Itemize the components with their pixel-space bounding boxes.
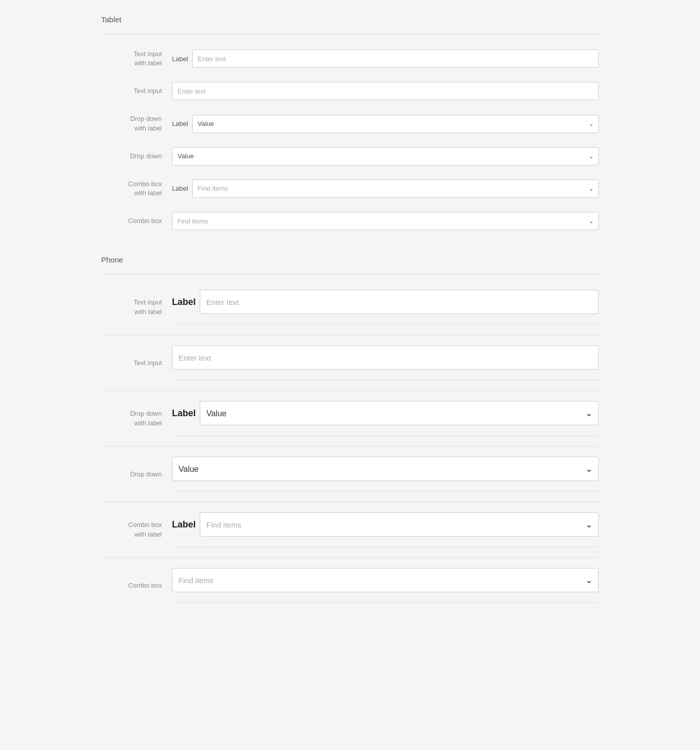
phone-dropdown-select[interactable]: Value: [172, 457, 599, 481]
phone-combobox-with-label-wrapper: ⌄: [200, 512, 599, 537]
page-container: Tablet Text inputwith label Label Text i…: [0, 15, 700, 613]
tablet-dropdown-inline-label: Label: [172, 120, 188, 127]
phone-combobox-with-label-content: Label ⌄: [172, 512, 599, 547]
phone-text-input-content: [172, 345, 599, 380]
tablet-text-input-field[interactable]: [172, 82, 599, 100]
phone-text-input-inline-label: Label: [172, 297, 196, 307]
phone-dropdown-row-label: Drop down: [101, 470, 172, 479]
tablet-combobox-with-label-content: Label ⌄: [172, 180, 599, 198]
tablet-text-input-inline-label: Label: [172, 55, 188, 63]
phone-text-input-with-label-field[interactable]: [200, 290, 599, 314]
tablet-dropdown-with-label-row-label: Drop downwith label: [101, 114, 172, 133]
phone-divider: [101, 274, 599, 275]
tablet-text-input-content: [172, 82, 599, 100]
phone-dropdown-with-label-select[interactable]: Value: [200, 401, 599, 425]
phone-dropdown-with-label-wrapper-outer: Drop downwith label Label Value ⌄: [101, 401, 599, 447]
phone-combobox-with-label-wrapper-outer: Combo boxwith label Label ⌄: [101, 512, 599, 558]
tablet-divider: [101, 34, 599, 34]
phone-combobox-input[interactable]: [172, 568, 599, 592]
tablet-combobox-with-label-row-label: Combo boxwith label: [101, 180, 172, 198]
phone-text-input-row: Text input: [101, 345, 599, 380]
phone-section: Phone Text inputwith label Label Text in…: [101, 255, 599, 613]
phone-dropdown-content: Value ⌄: [172, 457, 599, 492]
tablet-combobox-input[interactable]: [172, 212, 599, 230]
tablet-section: Tablet Text inputwith label Label Text i…: [101, 15, 599, 230]
tablet-text-input-with-label-content: Label: [172, 50, 599, 68]
phone-dropdown-inline-label: Label: [172, 408, 196, 419]
tablet-dropdown-row: Drop down Value ⌄: [101, 147, 599, 165]
tablet-combobox-inline-label: Label: [172, 185, 188, 192]
phone-combobox-wrapper: ⌄: [172, 568, 599, 592]
phone-text-input-row-label: Text input: [101, 359, 172, 368]
tablet-combobox-wrapper: ⌄: [172, 212, 599, 230]
tablet-combobox-with-label-input[interactable]: [192, 180, 599, 198]
tablet-combobox-row: Combo box ⌄: [101, 212, 599, 230]
phone-dropdown-with-label-row-label: Drop downwith label: [101, 409, 172, 427]
phone-combobox-row-label: Combo box: [101, 581, 172, 590]
tablet-text-input-with-label-row-label: Text inputwith label: [101, 50, 172, 68]
tablet-text-input-with-label-row: Text inputwith label Label: [101, 50, 599, 68]
phone-dropdown-with-label-wrapper: Value ⌄: [200, 401, 599, 425]
tablet-combobox-with-label-row: Combo boxwith label Label ⌄: [101, 180, 599, 198]
tablet-text-input-row-label: Text input: [101, 86, 172, 96]
tablet-dropdown-with-label-content: Label Value ⌄: [172, 115, 599, 133]
tablet-text-input-row: Text input: [101, 82, 599, 100]
tablet-dropdown-content: Value ⌄: [172, 147, 599, 165]
tablet-combobox-content: ⌄: [172, 212, 599, 230]
tablet-dropdown-with-label-wrapper: Value ⌄: [192, 115, 599, 133]
phone-text-input-with-label-wrapper: Text inputwith label Label: [101, 290, 599, 335]
phone-combobox-wrapper-outer: Combo box ⌄: [101, 568, 599, 613]
tablet-combobox-with-label-wrapper: ⌄: [192, 180, 599, 198]
phone-text-input-with-label-row: Text inputwith label Label: [101, 290, 599, 325]
phone-text-input-field[interactable]: [172, 345, 599, 370]
phone-combobox-with-label-row: Combo boxwith label Label ⌄: [101, 512, 599, 547]
phone-combobox-with-label-input[interactable]: [200, 512, 599, 537]
tablet-dropdown-wrapper: Value ⌄: [172, 147, 599, 165]
phone-combobox-content: ⌄: [172, 568, 599, 603]
tablet-text-input-with-label-field[interactable]: [192, 50, 599, 68]
tablet-dropdown-select[interactable]: Value: [172, 147, 599, 165]
tablet-dropdown-with-label-row: Drop downwith label Label Value ⌄: [101, 114, 599, 133]
phone-text-input-wrapper: Text input: [101, 345, 599, 391]
phone-dropdown-row: Drop down Value ⌄: [101, 457, 599, 492]
phone-dropdown-wrapper-outer: Drop down Value ⌄: [101, 457, 599, 502]
phone-combobox-with-label-row-label: Combo boxwith label: [101, 520, 172, 539]
phone-text-input-with-label-row-label: Text inputwith label: [101, 298, 172, 316]
phone-section-title: Phone: [101, 255, 599, 264]
tablet-section-title: Tablet: [101, 15, 599, 24]
phone-dropdown-with-label-content: Label Value ⌄: [172, 401, 599, 436]
phone-dropdown-with-label-row: Drop downwith label Label Value ⌄: [101, 401, 599, 436]
tablet-combobox-row-label: Combo box: [101, 216, 172, 226]
phone-dropdown-wrapper: Value ⌄: [172, 457, 599, 481]
phone-combobox-row: Combo box ⌄: [101, 568, 599, 603]
phone-text-input-with-label-content: Label: [172, 290, 599, 325]
phone-combobox-inline-label: Label: [172, 519, 196, 530]
tablet-dropdown-with-label-select[interactable]: Value: [192, 115, 599, 133]
tablet-dropdown-row-label: Drop down: [101, 152, 172, 161]
